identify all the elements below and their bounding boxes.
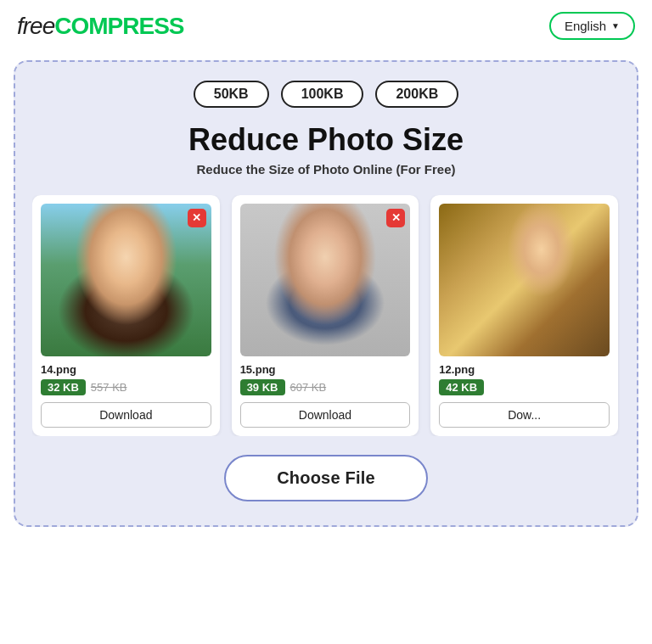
- pill-200kb[interactable]: 200KB: [375, 81, 458, 108]
- card-size-old-1: 557 KB: [91, 381, 127, 394]
- card-filename-3: 12.png: [439, 363, 610, 376]
- logo-compress: COMPRESS: [54, 13, 183, 39]
- header: freeCOMPRESS English ▼: [0, 0, 652, 52]
- image-card-3: 12.png 42 KB Dow...: [430, 195, 618, 436]
- logo-free: free: [17, 13, 54, 39]
- choose-file-button[interactable]: Choose File: [224, 455, 428, 501]
- card-image-1: ✕: [41, 204, 211, 356]
- download-button-2[interactable]: Download: [240, 402, 411, 428]
- image-card-1: ✕ 14.png 32 KB 557 KB Download: [32, 195, 220, 436]
- card-sizes-2: 39 KB 607 KB: [240, 379, 411, 395]
- card-filename-1: 14.png: [41, 363, 211, 376]
- page-subtitle: Reduce the Size of Photo Online (For Fre…: [32, 162, 620, 176]
- card-image-2: ✕: [240, 204, 411, 356]
- language-selector[interactable]: English ▼: [549, 12, 635, 40]
- chevron-down-icon: ▼: [611, 21, 620, 31]
- language-label: English: [565, 19, 606, 33]
- card-size-old-2: 607 KB: [290, 381, 327, 394]
- card-filename-2: 15.png: [240, 363, 411, 376]
- card-size-new-3: 42 KB: [439, 379, 484, 395]
- photo-preview-3: [439, 204, 610, 356]
- card-sizes-3: 42 KB: [439, 379, 610, 395]
- card-sizes-1: 32 KB 557 KB: [41, 379, 211, 395]
- photo-preview-1: [41, 204, 211, 356]
- logo: freeCOMPRESS: [17, 13, 184, 40]
- card-image-3: [439, 204, 610, 356]
- size-pills-row: 50KB 100KB 200KB: [32, 81, 620, 108]
- cards-row: ✕ 14.png 32 KB 557 KB Download ✕ 15.png …: [32, 195, 620, 436]
- card-size-new-1: 32 KB: [41, 379, 86, 395]
- pill-50kb[interactable]: 50KB: [194, 81, 269, 108]
- remove-card-1-button[interactable]: ✕: [188, 209, 206, 227]
- choose-file-area: Choose File: [32, 455, 620, 501]
- download-button-3[interactable]: Dow...: [439, 402, 610, 428]
- image-card-2: ✕ 15.png 39 KB 607 KB Download: [232, 195, 419, 436]
- photo-preview-2: [240, 204, 411, 356]
- page-title: Reduce Photo Size: [32, 123, 620, 157]
- pill-100kb[interactable]: 100KB: [281, 81, 364, 108]
- download-button-1[interactable]: Download: [41, 402, 211, 428]
- card-size-new-2: 39 KB: [240, 379, 285, 395]
- remove-card-2-button[interactable]: ✕: [386, 209, 405, 227]
- main-container: 50KB 100KB 200KB Reduce Photo Size Reduc…: [14, 60, 638, 527]
